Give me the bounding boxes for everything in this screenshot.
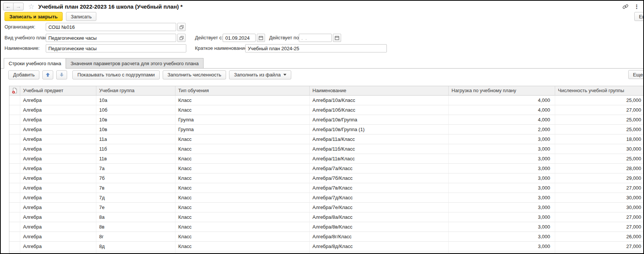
- cell-subject[interactable]: Алгебра: [20, 163, 96, 173]
- cell-name[interactable]: Алгебра/11в/Класс: [309, 154, 448, 163]
- cell-subject[interactable]: Алгебра: [20, 95, 96, 105]
- cell-name[interactable]: Алгебра/10в/Группа: [309, 115, 448, 124]
- cell-load[interactable]: 3,000: [448, 163, 555, 173]
- cell-education-type[interactable]: Класс: [175, 105, 309, 115]
- cell-name[interactable]: Алгебра/7в/Класс: [309, 183, 448, 193]
- cell-subject[interactable]: Алгебра: [20, 154, 96, 163]
- cell-group[interactable]: 11а: [96, 134, 175, 144]
- cell-name[interactable]: Алгебра/8в/Класс: [309, 222, 448, 232]
- cell-education-type[interactable]: Класс: [175, 163, 309, 173]
- valid-from-calendar-button[interactable]: [257, 34, 265, 42]
- cell-group[interactable]: 10а: [96, 95, 175, 105]
- cell-name[interactable]: Алгебра/10а/Класс: [309, 95, 448, 105]
- cell-name[interactable]: Алгебра/8а/Класс: [309, 212, 448, 222]
- cell-education-type[interactable]: Класс: [175, 183, 309, 193]
- cell-group-size[interactable]: 27,000: [555, 105, 643, 115]
- cell-group-size[interactable]: 27,000: [555, 241, 643, 251]
- cell-group[interactable]: 8г: [96, 232, 175, 241]
- cell-education-type[interactable]: Класс: [175, 212, 309, 222]
- save-and-close-button[interactable]: Записать и закрыть: [4, 12, 63, 21]
- cell-subject[interactable]: Алгебра: [20, 212, 96, 222]
- more-menu-kebab-icon[interactable]: ⋮: [634, 4, 640, 9]
- cell-load[interactable]: 3,000: [448, 193, 555, 202]
- forward-button[interactable]: →: [13, 3, 24, 10]
- organization-input[interactable]: [46, 23, 176, 31]
- cell-group-size[interactable]: 29,000: [555, 173, 643, 183]
- table-row[interactable]: Алгебра8дКлассАлгебра/8д/Класс3,00027,00…: [9, 241, 643, 251]
- valid-to-calendar-button[interactable]: [333, 34, 341, 42]
- plan-kind-choose-button[interactable]: [177, 34, 186, 42]
- cell-name[interactable]: Алгебра/10б/Класс: [309, 105, 448, 115]
- fill-headcount-button[interactable]: Заполнить численность: [163, 70, 226, 79]
- column-header-name[interactable]: Наименование: [309, 86, 448, 95]
- cell-name[interactable]: Алгебра/10в/Группа (1): [309, 124, 448, 134]
- cell-subject[interactable]: Алгебра: [20, 173, 96, 183]
- cell-subject[interactable]: Алгебра: [20, 105, 96, 115]
- cell-subject[interactable]: Алгебра: [20, 134, 96, 144]
- cell-load[interactable]: 3,000: [448, 154, 555, 163]
- table-row[interactable]: Алгебра7бКлассАлгебра/7б/Класс3,00029,00…: [9, 173, 643, 183]
- link-icon[interactable]: [622, 3, 629, 10]
- plan-kind-input[interactable]: [46, 34, 176, 42]
- organization-choose-button[interactable]: [177, 23, 186, 31]
- cell-name[interactable]: Алгебра/8г/Класс: [309, 232, 448, 241]
- cell-group-size[interactable]: 27,000: [555, 183, 643, 193]
- cell-subject[interactable]: Алгебра: [20, 232, 96, 241]
- table-row[interactable]: Алгебра11вКлассАлгебра/11в/Класс3,00025,…: [9, 154, 643, 163]
- cell-group[interactable]: 11б: [96, 144, 175, 154]
- move-row-down-button[interactable]: [56, 70, 67, 79]
- cell-load[interactable]: 3,000: [448, 202, 555, 212]
- table-row[interactable]: Алгебра11аКлассАлгебра/11а/Класс3,00018,…: [9, 134, 643, 144]
- table-row[interactable]: Алгебра10вГруппаАлгебра/10в/Группа4,0002…: [9, 115, 643, 124]
- cell-name[interactable]: Алгебра/11а/Класс: [309, 134, 448, 144]
- cell-education-type[interactable]: Класс: [175, 134, 309, 144]
- cell-education-type[interactable]: Класс: [175, 154, 309, 163]
- cell-group[interactable]: 7д: [96, 193, 175, 202]
- cell-education-type[interactable]: Класс: [175, 241, 309, 251]
- cell-load[interactable]: 3,000: [448, 222, 555, 232]
- column-header-education-type[interactable]: Тип обучения: [175, 86, 309, 95]
- cell-subject[interactable]: Алгебра: [20, 183, 96, 193]
- table-row[interactable]: Алгебра8аКлассАлгебра/8а/Класс3,00027,00…: [9, 212, 643, 222]
- cell-education-type[interactable]: Класс: [175, 144, 309, 154]
- cell-load[interactable]: 3,000: [448, 134, 555, 144]
- cell-group-size[interactable]: 25,000: [555, 95, 643, 105]
- cell-group-size[interactable]: 25,000: [555, 115, 643, 124]
- table-row[interactable]: Алгебра7вКлассАлгебра/7в/Класс3,00027,00…: [9, 183, 643, 193]
- cell-education-type[interactable]: Класс: [175, 173, 309, 183]
- valid-from-input[interactable]: [223, 34, 256, 42]
- cell-load[interactable]: 3,000: [448, 144, 555, 154]
- cell-group-size[interactable]: 30,000: [555, 144, 643, 154]
- cell-subject[interactable]: Алгебра: [20, 193, 96, 202]
- column-header-group-size[interactable]: Численность учебной группы: [555, 86, 643, 95]
- cell-load[interactable]: 4,000: [448, 95, 555, 105]
- cell-load[interactable]: 3,000: [448, 232, 555, 241]
- cell-name[interactable]: Алгебра/7б/Класс: [309, 173, 448, 183]
- cell-group[interactable]: 7в: [96, 183, 175, 193]
- cell-load[interactable]: 3,000: [448, 212, 555, 222]
- back-button[interactable]: ←: [3, 3, 13, 10]
- cell-load[interactable]: 3,000: [448, 241, 555, 251]
- cell-education-type[interactable]: Класс: [175, 202, 309, 212]
- cell-education-type[interactable]: Класс: [175, 222, 309, 232]
- cell-load[interactable]: 4,000: [448, 115, 555, 124]
- cell-group-size[interactable]: 30,000: [555, 202, 643, 212]
- cell-education-type[interactable]: Группа: [175, 115, 309, 124]
- column-header-subject[interactable]: Учебный предмет: [20, 86, 96, 95]
- save-button[interactable]: Записать: [66, 12, 97, 21]
- show-only-subgroups-button[interactable]: Показывать только с подгруппами: [72, 70, 159, 79]
- fill-from-file-button[interactable]: Заполнить из файла: [229, 70, 291, 79]
- cell-load[interactable]: 3,000: [448, 173, 555, 183]
- cell-subject[interactable]: Алгебра: [20, 222, 96, 232]
- cell-group-size[interactable]: 30,000: [555, 193, 643, 202]
- cell-group-size[interactable]: 25,000: [555, 154, 643, 163]
- cell-load[interactable]: 4,000: [448, 105, 555, 115]
- cell-group[interactable]: 11в: [96, 154, 175, 163]
- table-row[interactable]: Алгебра7дКлассАлгебра/7д/Класс3,00030,00…: [9, 193, 643, 202]
- cell-group-size[interactable]: 27,000: [555, 212, 643, 222]
- table-row[interactable]: Алгебра11бКлассАлгебра/11б/Класс3,00030,…: [9, 144, 643, 154]
- tab-plan-rows[interactable]: Строки учебного плана: [4, 58, 66, 69]
- table-row[interactable]: Алгебра8вКлассАлгебра/8в/Класс3,00027,00…: [9, 222, 643, 232]
- cell-group-size[interactable]: 25,000: [555, 124, 643, 134]
- more-button-top[interactable]: Еще: [634, 12, 644, 21]
